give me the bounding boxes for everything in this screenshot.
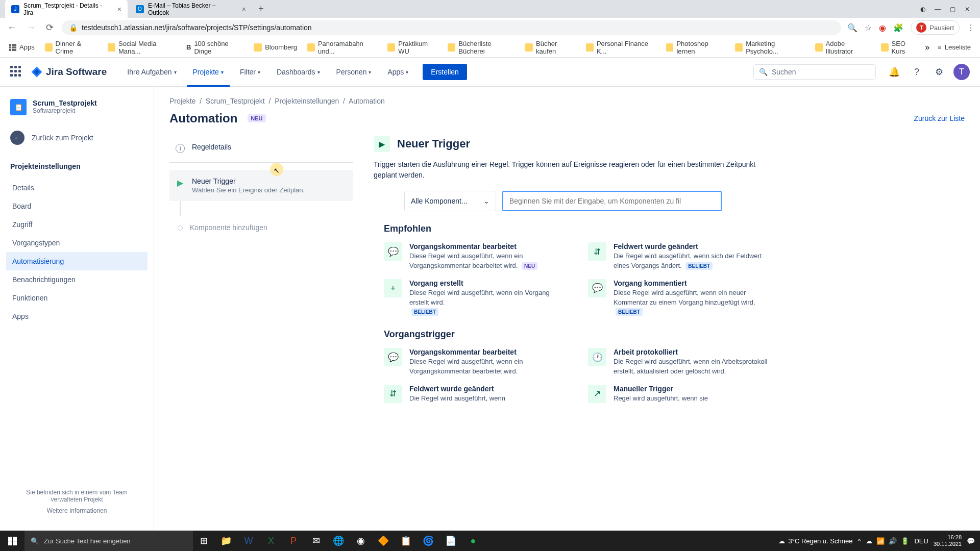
trigger-comment-edited[interactable]: 💬 Vorgangskommentar bearbeitet Diese Reg… [384,348,568,377]
extensions-icon[interactable]: 🧩 [893,23,903,33]
step-rule-details[interactable]: i Regeldetails [169,136,353,160]
taskbar-search[interactable]: 🔍 Zur Suche Text hier eingeben [24,531,193,551]
bookmark-item[interactable]: Bloomberg [250,41,301,54]
app-icon[interactable]: 🔶 [373,531,394,551]
chrome-icon[interactable]: 🌐 [328,531,349,551]
tray-expand-icon[interactable]: ^ [857,537,861,545]
reading-list[interactable]: ≡Leseliste [934,41,975,53]
bookmark-item[interactable]: Bücher kaufen [521,38,580,57]
clock[interactable]: 16:28 30.11.2021 [934,534,962,547]
excel-icon[interactable]: X [260,531,282,551]
app-icon[interactable]: 📋 [395,531,416,551]
sidebar-item-features[interactable]: Funktionen [6,289,148,307]
bookmark-item[interactable]: B100 schöne Dinge [182,38,248,57]
jira-logo[interactable]: Jira Software [31,66,107,78]
help-icon[interactable]: ? [909,64,925,80]
task-view-icon[interactable]: ⊞ [193,531,214,551]
bookmark-item[interactable]: SEO Kurs [877,38,923,57]
bookmark-item[interactable]: Marketing Psycholo... [731,38,809,57]
nav-your-work[interactable]: Ihre Aufgaben [121,58,182,87]
adblock-icon[interactable]: ◉ [879,23,886,33]
bookmark-item[interactable]: Praktikum WU [383,38,442,57]
maximize-icon[interactable]: ▢ [950,6,955,13]
bookmark-item[interactable]: Bücherliste Bücherei [444,38,519,57]
spotify-icon[interactable]: ● [462,531,484,551]
breadcrumb-item[interactable]: Projekte [169,97,195,105]
step-add-component[interactable]: Komponente hinzufügen [169,216,353,239]
powerpoint-icon[interactable]: P [283,531,304,551]
sidebar-item-apps[interactable]: Apps [6,307,148,325]
trigger-issue-created[interactable]: + Vorgang erstellt Diese Regel wird ausg… [384,279,568,317]
nav-apps[interactable]: Apps [381,58,414,87]
sidebar-item-automation[interactable]: Automatisierung [6,252,148,270]
star-icon[interactable]: ☆ [865,23,872,33]
back-to-list-link[interactable]: Zurück zur Liste [914,114,965,122]
trigger-field-changed[interactable]: ⇵ Feldwert wurde geändert Die Regel wird… [384,385,568,404]
close-icon[interactable]: × [117,5,121,13]
sidebar-item-notifications[interactable]: Benachrichtigungen [6,270,148,289]
trigger-work-logged[interactable]: 🕐 Arbeit protokolliert Die Regel wird au… [588,348,772,377]
browser-tab[interactable]: O E-Mail – Tobias Becker – Outlook × [130,0,252,19]
sidebar-item-issuetypes[interactable]: Vorgangstypen [6,234,148,252]
bookmark-item[interactable]: Adobe Illustrator [811,38,875,57]
battery-icon[interactable]: 🔋 [901,537,909,545]
nav-people[interactable]: Personen [330,58,378,87]
volume-icon[interactable]: 🔊 [889,537,897,545]
new-tab-button[interactable]: + [254,4,268,14]
settings-icon[interactable]: ⚙ [931,64,947,80]
bookmark-item[interactable]: Personal Finance K... [582,38,660,57]
zoom-icon[interactable]: 🔍 [847,23,857,33]
wifi-icon[interactable]: 📶 [876,537,885,545]
user-avatar[interactable]: T [953,64,970,80]
component-filter-input[interactable] [502,191,722,211]
menu-icon[interactable]: ⋮ [967,23,975,33]
breadcrumb-item[interactable]: Scrum_Testprojekt [206,97,265,105]
explorer-icon[interactable]: 📁 [215,531,237,551]
sidebar-item-access[interactable]: Zugriff [6,215,148,234]
notifications-icon[interactable]: 🔔 [886,64,902,80]
search-input[interactable]: 🔍 Suchen [753,64,876,80]
bookmark-item[interactable]: Photoshop lernen [662,38,729,57]
bookmark-item[interactable]: Panoramabahn und... [303,38,381,57]
sidebar-item-details[interactable]: Details [6,179,148,197]
language-indicator[interactable]: DEU [914,537,928,545]
nav-filters[interactable]: Filter [234,58,266,87]
app-icon[interactable]: 📄 [440,531,461,551]
back-to-project[interactable]: ← Zurück zum Projekt [6,127,148,149]
bookmark-item[interactable]: Dinner & Crime [41,38,102,57]
nav-dashboards[interactable]: Dashboards [271,58,326,87]
trigger-field-changed[interactable]: ⇵ Feldwert wurde geändert Die Regel wird… [588,242,772,271]
trigger-manual[interactable]: ↗ Manueller Trigger Regel wird ausgeführ… [588,385,772,404]
bookmark-item[interactable]: Social Media Mana... [104,38,180,57]
app-switcher-icon[interactable] [10,66,22,78]
reload-icon[interactable]: ⟳ [44,20,56,35]
trigger-issue-commented[interactable]: 💬 Vorgang kommentiert Diese Regel wird a… [588,279,772,317]
apps-bookmark[interactable]: Apps [5,41,39,53]
trigger-comment-edited[interactable]: 💬 Vorgangskommentar bearbeitet Diese Reg… [384,242,568,271]
close-icon[interactable]: × [242,5,246,13]
comment-icon: 💬 [384,348,402,366]
more-info-link[interactable]: Weitere Informationen [12,507,141,514]
edge-icon[interactable]: 🌀 [418,531,439,551]
overflow-icon[interactable]: » [925,43,929,52]
project-header[interactable]: 📋 Scrum_Testprojekt Softwareprojekt [6,97,148,117]
sidebar-item-board[interactable]: Board [6,197,148,215]
close-icon[interactable]: ✕ [965,6,970,13]
cloud-icon[interactable]: ☁ [866,537,872,545]
weather-widget[interactable]: ☁ 3°C Regen u. Schnee [778,537,852,545]
step-new-trigger[interactable]: ↖ ▶ Neuer Trigger Wählen Sie ein Ereigni… [169,170,353,201]
notifications-icon[interactable]: 💬 [967,537,975,545]
start-button[interactable] [0,531,24,551]
nav-projects[interactable]: Projekte [187,58,230,87]
create-button[interactable]: Erstellen [423,64,467,80]
component-filter-select[interactable]: Alle Komponent... ⌄ [404,191,496,211]
url-input[interactable]: 🔒 testdeutsch1.atlassian.net/jira/softwa… [62,20,841,35]
breadcrumb-item[interactable]: Projekteinstellungen [275,97,339,105]
word-icon[interactable]: W [238,531,259,551]
back-icon[interactable]: ← [5,20,18,35]
app-icon[interactable]: ◉ [350,531,372,551]
minimize-icon[interactable]: — [935,6,941,13]
browser-tab-active[interactable]: J Scrum_Testprojekt - Details - Jira × [5,0,128,19]
profile-button[interactable]: T Pausiert [911,20,960,35]
mail-icon[interactable]: ✉ [305,531,327,551]
